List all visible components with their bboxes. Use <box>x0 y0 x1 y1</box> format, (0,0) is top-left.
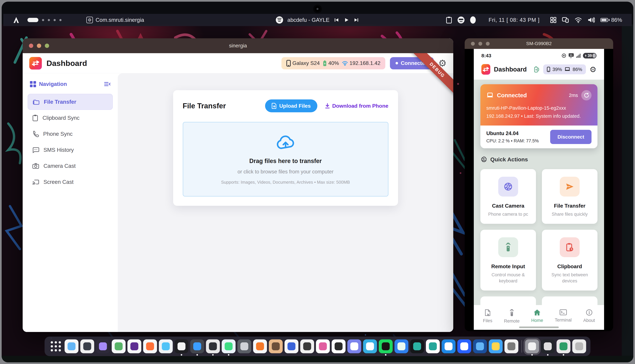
workspace-dot[interactable] <box>48 19 50 21</box>
volume-icon[interactable] <box>587 17 595 23</box>
window-switcher-icon[interactable] <box>206 340 220 353</box>
file-dropzone[interactable]: Drag files here to transfer or click to … <box>183 122 388 196</box>
spotify-icon[interactable] <box>379 340 393 353</box>
sidebar-item-file-transfer[interactable]: File Transfer <box>28 94 113 110</box>
firefox-icon[interactable] <box>143 340 157 353</box>
connected-status-button[interactable]: Connected <box>390 57 434 69</box>
close-window-icon[interactable] <box>471 42 475 46</box>
nav-item-home[interactable]: Home <box>531 309 543 323</box>
sidebar-item-sms-history[interactable]: SMS History <box>28 142 113 158</box>
weather-icon[interactable] <box>489 340 503 353</box>
sidebar-title: Navigation <box>39 81 67 87</box>
minimize-window-icon[interactable] <box>37 44 41 48</box>
wifi-icon[interactable] <box>575 17 582 23</box>
media-next-icon[interactable] <box>354 17 359 23</box>
app-grid-icon[interactable] <box>49 340 63 353</box>
sidebar-item-clipboard-sync[interactable]: Clipboard Sync <box>28 110 113 126</box>
workspace-dot[interactable] <box>42 19 44 21</box>
terminal-icon[interactable] <box>541 340 555 353</box>
close-window-icon[interactable] <box>29 44 33 48</box>
inkscape-icon[interactable] <box>300 340 314 353</box>
workspace-dot[interactable] <box>54 19 56 21</box>
connection-status-label: Connected <box>497 92 527 98</box>
discord-icon[interactable] <box>347 340 361 353</box>
quick-action-file-transfer[interactable]: File Transfer Share files quickly <box>542 169 597 224</box>
screen-mirror-icon[interactable] <box>562 17 569 23</box>
device-battery-percent: 40% <box>328 60 339 66</box>
trash-icon[interactable] <box>572 340 586 353</box>
media-widget[interactable]: abcdefu - GAYLE <box>276 16 359 24</box>
media-player-icon[interactable] <box>238 340 251 353</box>
focused-app-id[interactable]: ⚙ Com.smruti.sinergia <box>86 17 144 23</box>
layers-app-icon[interactable] <box>159 340 173 353</box>
obs-studio-icon[interactable] <box>175 340 188 353</box>
dark-hub-icon[interactable] <box>410 340 424 353</box>
nav-item-terminal[interactable]: Terminal <box>555 309 572 323</box>
thunderbird-icon[interactable] <box>473 340 487 353</box>
nav-item-remote[interactable]: Remote <box>504 309 520 324</box>
phone-settings-gear-icon[interactable]: ⚙ <box>589 66 596 73</box>
battery-indicator[interactable]: 86% <box>600 17 622 23</box>
workspace-active-pill[interactable] <box>28 18 38 22</box>
refresh-button[interactable] <box>581 90 591 100</box>
sidebar-item-label: Phone Sync <box>43 131 73 137</box>
emoji-tray-icon[interactable] <box>458 16 465 24</box>
media-play-icon[interactable] <box>344 17 349 23</box>
nav-label: Files <box>483 318 492 323</box>
audacity-icon[interactable] <box>285 340 299 353</box>
arch-logo-icon[interactable] <box>13 17 20 23</box>
latency-label: 2ms <box>569 93 578 98</box>
settings-gear-icon[interactable]: ⚙ <box>438 59 447 68</box>
charging-bolt-icon <box>584 54 587 58</box>
blender-icon[interactable] <box>253 340 267 353</box>
clipboard-tray-icon[interactable] <box>446 16 452 24</box>
media-prev-icon[interactable] <box>334 17 339 23</box>
quick-action-subtitle: Control mouse & keyboard <box>484 272 533 284</box>
disconnect-button[interactable]: Disconnect <box>550 130 591 144</box>
vscode-icon[interactable] <box>190 340 204 353</box>
telegram-icon[interactable] <box>363 340 377 353</box>
tor-browser-icon[interactable] <box>127 340 141 353</box>
android-studio-icon[interactable] <box>222 340 236 353</box>
mongodb-icon[interactable] <box>112 340 126 353</box>
maximize-window-icon[interactable] <box>45 44 49 48</box>
phone-titlebar[interactable]: SM-G990B2 <box>465 38 613 49</box>
app-store-icon[interactable] <box>442 340 456 353</box>
download-from-phone-link[interactable]: Download from Phone <box>325 103 388 109</box>
sidebar-item-screen-cast[interactable]: Screen Cast <box>28 174 113 190</box>
image-viewer-icon[interactable] <box>316 340 330 353</box>
clock[interactable]: Fri, 11 [ 08: 43 PM ] <box>489 17 540 23</box>
quick-action-remote-input[interactable]: Remote Input Control mouse & keyboard <box>480 230 536 290</box>
nav-item-about[interactable]: About <box>583 309 595 323</box>
settings-wheel-icon[interactable] <box>505 340 518 353</box>
sinergia-titlebar[interactable]: sinergia <box>23 38 453 53</box>
mail-window-icon[interactable] <box>394 340 408 353</box>
sidebar-collapse-icon[interactable] <box>104 82 110 87</box>
quick-action-clipboard[interactable]: Clipboard Sync text between devices <box>542 230 597 290</box>
library-app-icon[interactable] <box>332 340 346 353</box>
quick-action-subtitle: Sync text between devices <box>545 272 594 284</box>
battery-levels-pill: 39% 86% <box>543 64 586 74</box>
calculator-icon[interactable] <box>457 340 471 353</box>
app-grid-icon[interactable] <box>550 17 556 23</box>
upload-files-button[interactable]: Upload Files <box>265 100 317 112</box>
gimp-icon[interactable] <box>269 340 283 353</box>
sinergia-settings-icon[interactable] <box>525 340 539 353</box>
android-emulator-icon[interactable] <box>557 340 570 353</box>
minimize-window-icon[interactable] <box>478 42 482 46</box>
system-monitor-icon[interactable] <box>80 340 94 353</box>
sidebar-item-camera-cast[interactable]: Camera Cast <box>28 158 113 174</box>
notes-feather-icon[interactable] <box>426 340 440 353</box>
quick-action-cast-camera[interactable]: Cast Camera Phone camera to pc <box>480 169 536 224</box>
file-manager-icon[interactable] <box>65 340 79 353</box>
sidebar-item-phone-sync[interactable]: Phone Sync <box>28 126 113 142</box>
host-name: smruti-HP-Pavilion-Laptop-15-eg2xxx <box>486 105 591 111</box>
card-title: File Transfer <box>183 102 226 110</box>
screen-cast-icon <box>32 179 39 185</box>
workspace-dot[interactable] <box>59 19 62 21</box>
status-oval-icon[interactable] <box>470 16 476 24</box>
maximize-window-icon[interactable] <box>486 42 490 46</box>
home-indicator[interactable] <box>519 326 559 328</box>
obsidian-icon[interactable] <box>96 340 110 353</box>
nav-item-files[interactable]: Files <box>483 309 492 323</box>
